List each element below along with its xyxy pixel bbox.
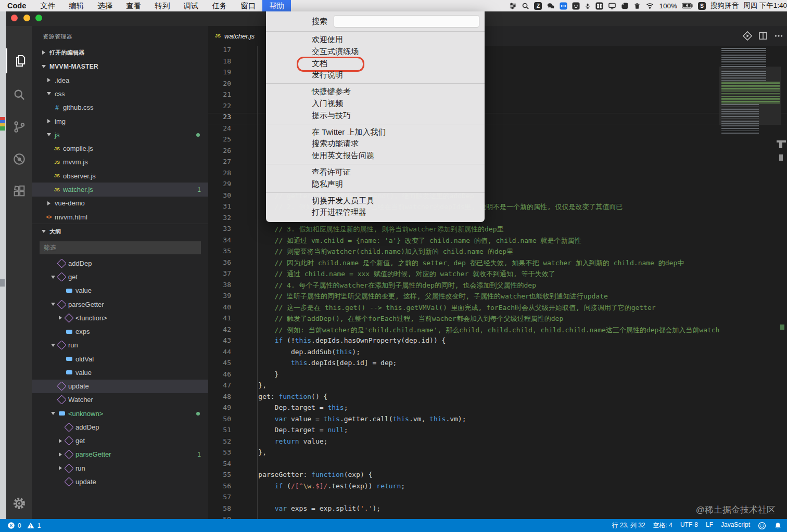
minimap[interactable] xyxy=(719,46,781,519)
outline-item-parseGetter[interactable]: parseGetter1 xyxy=(32,448,208,461)
explorer-icon[interactable] xyxy=(6,48,33,73)
menu-item-entry[interactable]: 搜索功能请求 xyxy=(266,138,485,150)
zoom-traffic-light[interactable] xyxy=(35,15,42,21)
code-line-38[interactable]: 38 // 4. 每个子属性的watcher在添加到子属性的dep的同时, 也会… xyxy=(208,281,787,292)
code-line-36[interactable]: 36 // 因为此时 child.name 是个新值, 之前的 setter、d… xyxy=(208,258,787,270)
menu-item-entry[interactable]: 打开进程管理器 xyxy=(266,206,485,218)
battery-icon[interactable] xyxy=(682,3,693,9)
status-item[interactable]: JavaScript xyxy=(721,521,750,530)
code-line-37[interactable]: 37 // 通过 child.name = xxx 赋值的时候, 对应的 wat… xyxy=(208,269,787,281)
explorer-item-mvvmjs[interactable]: JSmvvm.js xyxy=(32,155,208,169)
microphone-icon[interactable] xyxy=(585,2,591,10)
menu-item-entry[interactable]: 隐私声明 xyxy=(266,178,485,190)
code-line-56[interactable]: 56 if (/[^\w.$]/.test(exp)) return; xyxy=(208,482,787,494)
status-item[interactable]: UTF-8 xyxy=(680,521,698,530)
outline-item-addDep[interactable]: addDep xyxy=(32,420,208,434)
code-line-35[interactable]: 35 // 则需要将当前watcher(child.name)加入到新的 chi… xyxy=(208,247,787,258)
notifications-bell-icon[interactable] xyxy=(774,522,782,530)
menubar-item[interactable]: 编辑 xyxy=(62,0,91,11)
explorer-item-css[interactable]: css xyxy=(32,87,208,100)
tab-watcher-js[interactable]: JS watcher.js xyxy=(208,26,270,46)
menu-item-entry[interactable]: 发行说明 xyxy=(266,69,485,81)
outline-item-exps[interactable]: exps xyxy=(32,325,208,339)
wifi-icon[interactable] xyxy=(645,2,654,9)
code-line-45[interactable]: 45 this.depIds[dep.id] = dep; xyxy=(208,359,787,370)
code-line-46[interactable]: 46 } xyxy=(208,370,787,382)
search-icon[interactable] xyxy=(6,82,32,107)
code-line-43[interactable]: 43 if (!this.depIds.hasOwnProperty(dep.i… xyxy=(208,336,787,348)
teamviewer-icon[interactable] xyxy=(560,2,567,10)
menubar-item[interactable]: 任务 xyxy=(205,0,234,11)
debug-icon[interactable] xyxy=(6,147,32,172)
code-line-57[interactable]: 57 xyxy=(208,493,787,504)
sogou-icon[interactable]: S xyxy=(698,2,706,10)
menu-item-entry[interactable]: 切换开发人员工具 xyxy=(266,195,485,207)
menubar-item[interactable]: 调试 xyxy=(176,0,205,11)
menubar-item[interactable]: 文件 xyxy=(33,0,62,11)
outline-item-run[interactable]: run xyxy=(32,339,208,352)
code-line-44[interactable]: 44 dep.addSub(this); xyxy=(208,348,787,359)
outline-item-get[interactable]: get xyxy=(32,270,208,284)
outline-item-update[interactable]: update xyxy=(32,475,208,488)
spotlight-search-icon[interactable] xyxy=(522,2,529,10)
trash-icon[interactable] xyxy=(633,2,641,10)
explorer-item-mvvmhtml[interactable]: <>mvvm.html xyxy=(32,210,208,224)
minimize-traffic-light[interactable] xyxy=(23,15,30,21)
code-line-55[interactable]: 55 parseGetter: function(exp) { xyxy=(208,471,787,482)
explorer-item-img[interactable]: img xyxy=(32,114,208,128)
status-item[interactable]: LF xyxy=(706,521,713,530)
evernote-icon[interactable] xyxy=(621,2,629,10)
menubar-item[interactable]: 窗口 xyxy=(234,0,262,11)
open-changes-icon[interactable] xyxy=(742,31,753,41)
open-editors-section[interactable]: 打开的编辑器 xyxy=(32,46,208,59)
code-line-48[interactable]: 48 get: function() { xyxy=(208,393,787,404)
explorer-item-watcherjs[interactable]: JSwatcher.js1 xyxy=(32,183,208,196)
menu-item-entry[interactable]: 快捷键参考 xyxy=(266,86,485,98)
code-line-39[interactable]: 39 // 监听子属性的同时监听父属性的变更, 这样, 父属性改变时, 子属性的… xyxy=(208,292,787,303)
grid-app-icon[interactable] xyxy=(595,2,603,10)
menu-item-entry[interactable]: 在 Twitter 上加入我们 xyxy=(266,126,485,138)
menubar-item[interactable]: 转到 xyxy=(148,0,176,11)
outline-item-function[interactable]: <function> xyxy=(32,311,208,325)
explorer-item-js[interactable]: js xyxy=(32,128,208,141)
source-control-icon[interactable] xyxy=(6,114,32,139)
code-line-52[interactable]: 52 return value; xyxy=(208,437,787,449)
code-line-49[interactable]: 49 Dep.target = this; xyxy=(208,404,787,415)
explorer-item-idea[interactable]: .idea xyxy=(32,73,208,87)
code-line-53[interactable]: 53 }, xyxy=(208,448,787,460)
app-menu-code[interactable]: Code xyxy=(0,0,33,11)
explorer-item-vuedemo[interactable]: vue-demo xyxy=(32,197,208,210)
errors-count[interactable]: 0 xyxy=(18,522,21,529)
errors-icon[interactable] xyxy=(7,522,15,529)
menubar-item[interactable]: 选择 xyxy=(91,0,119,11)
smiley-app-icon[interactable] xyxy=(572,2,580,10)
outline-filter-input[interactable]: 筛选 xyxy=(40,241,201,254)
outline-item-parseGetter[interactable]: parseGetter xyxy=(32,297,208,311)
menu-item-entry[interactable]: 提示与技巧 xyxy=(266,110,485,122)
outline-item-addDep[interactable]: addDep xyxy=(32,256,208,270)
code-line-50[interactable]: 50 var value = this.getter.call(this.vm,… xyxy=(208,415,787,426)
explorer-item-githubcss[interactable]: #github.css xyxy=(32,101,208,114)
outline-item-value[interactable]: value xyxy=(32,366,208,379)
wechat-icon[interactable] xyxy=(547,2,555,10)
code-line-42[interactable]: 42 // 例如: 当前watcher的是'child.child.name',… xyxy=(208,326,787,337)
split-editor-icon[interactable] xyxy=(758,31,768,41)
app-z-icon[interactable]: Z xyxy=(534,2,542,10)
menu-help-active[interactable]: 帮助 xyxy=(262,0,291,11)
code-line-40[interactable]: 40 // 这一步是在 this.get() --> this.getVMVal… xyxy=(208,303,787,315)
menu-item-entry[interactable]: 欢迎使用 xyxy=(266,34,485,46)
code-line-41[interactable]: 41 // 触发了addDep(), 在整个forEach过程, 当前wache… xyxy=(208,314,787,326)
outline-item-oldVal[interactable]: oldVal xyxy=(32,352,208,366)
project-root-mvvm-master[interactable]: MVVM-MASTER xyxy=(32,59,208,73)
outline-item-unknown[interactable]: <unknown> xyxy=(32,407,208,420)
code-line-51[interactable]: 51 Dep.target = null; xyxy=(208,426,787,437)
status-item[interactable]: 空格: 4 xyxy=(653,521,672,530)
menu-item-entry[interactable]: 查看许可证 xyxy=(266,166,485,178)
close-traffic-light[interactable] xyxy=(11,15,18,21)
settings-gear-icon[interactable] xyxy=(6,491,32,516)
code-line-34[interactable]: 34 // 如通过 vm.child = {name: 'a'} 改变了 chi… xyxy=(208,236,787,248)
keyboard-switch-icon[interactable] xyxy=(509,2,517,10)
outline-section-header[interactable]: 大纲 xyxy=(32,224,208,239)
more-actions-icon[interactable] xyxy=(773,31,784,41)
code-line-59[interactable]: 59 xyxy=(208,515,787,519)
